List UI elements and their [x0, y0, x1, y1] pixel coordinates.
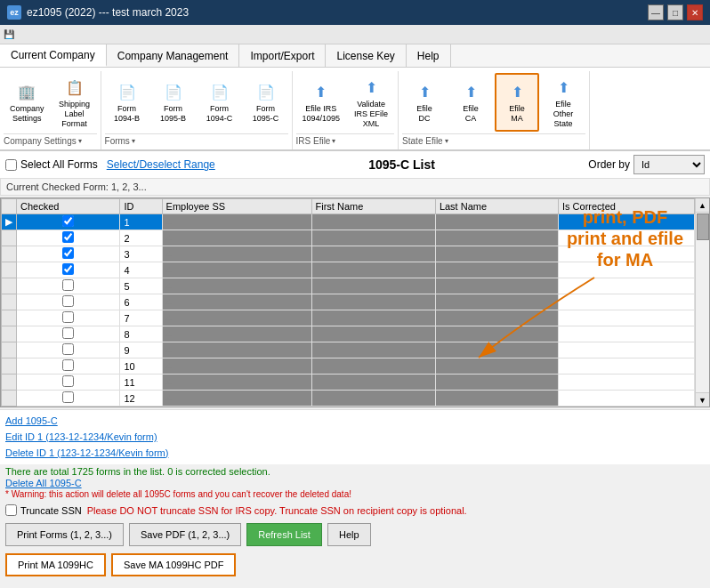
irs-efile-expand-icon[interactable]: ▾ — [332, 137, 335, 145]
cell-is-corrected — [558, 246, 694, 262]
quick-access-bar: 💾 — [0, 25, 710, 44]
ribbon-btn-form-1095b[interactable]: 📄 Form1095-B — [151, 73, 196, 132]
cell-checked[interactable] — [17, 391, 120, 407]
help-button[interactable]: Help — [327, 523, 371, 546]
cell-last-name — [435, 391, 558, 407]
row-checkbox-8[interactable] — [62, 327, 74, 339]
quick-save-icon[interactable]: 💾 — [4, 29, 14, 39]
row-checkbox-6[interactable] — [62, 295, 74, 307]
row-checkbox-3[interactable] — [62, 247, 74, 259]
print-ma-1099hc-button[interactable]: Print MA 1099HC — [5, 553, 106, 576]
ribbon-btn-efile-irs[interactable]: ⬆ Efile IRS1094/1095 — [296, 73, 347, 132]
cell-employee-ss: 4 — [162, 278, 311, 294]
cell-employee-ss: 4 — [162, 358, 311, 375]
cell-first-name — [311, 294, 435, 310]
cell-checked[interactable] — [17, 358, 120, 375]
row-checkbox-11[interactable] — [62, 375, 74, 387]
col-id: ID — [120, 199, 162, 214]
cell-is-corrected — [558, 358, 694, 375]
row-indicator: ▶ — [2, 214, 17, 230]
ribbon-btn-efile-ca[interactable]: ⬆ EfileCA — [448, 73, 493, 132]
cell-last-name — [435, 230, 558, 246]
forms-expand-icon[interactable]: ▾ — [132, 137, 135, 145]
cell-last-name — [435, 375, 558, 391]
cell-employee-ss: 4 — [162, 375, 311, 391]
scrollbar-track[interactable] — [696, 213, 709, 392]
row-checkbox-1[interactable] — [62, 215, 74, 227]
total-forms-message: There are total 1725 forms in the list. … — [5, 466, 705, 477]
delete-all-1095c-link[interactable]: Delete All 1095-C — [5, 478, 82, 488]
row-checkbox-7[interactable] — [62, 311, 74, 323]
tab-company-management[interactable]: Company Management — [107, 44, 240, 67]
state-efile-expand-icon[interactable]: ▾ — [445, 137, 448, 145]
select-all-forms-label[interactable]: Select All Forms — [5, 158, 98, 171]
col-checked: Checked — [17, 199, 120, 214]
cell-last-name — [435, 214, 558, 230]
tab-current-company[interactable]: Current Company — [0, 44, 107, 67]
truncate-ssn-checkbox[interactable] — [5, 504, 17, 516]
ribbon-btn-efile-dc[interactable]: ⬆ EfileDC — [402, 73, 447, 132]
cell-checked[interactable] — [17, 375, 120, 391]
select-all-forms-checkbox[interactable] — [5, 159, 17, 171]
title-bar: ez ez1095 (2022) --- test march 2023 — □… — [0, 0, 710, 25]
row-checkbox-9[interactable] — [62, 343, 74, 355]
cell-checked[interactable] — [17, 278, 120, 294]
ribbon-btn-form-1095c[interactable]: 📄 Form1095-C — [244, 73, 288, 132]
scroll-down-button[interactable]: ▼ — [696, 392, 709, 407]
cell-checked[interactable] — [17, 246, 120, 262]
save-ma-1099hc-pdf-button[interactable]: Save MA 1099HC PDF — [111, 553, 237, 576]
delete-id1-link[interactable]: Delete ID 1 (123-12-1234/Kevin form) — [5, 446, 705, 462]
shipping-label-label: ShippingLabelFormat — [59, 100, 90, 128]
order-by-select[interactable]: Id Name SS — [633, 155, 705, 174]
save-pdf-button[interactable]: Save PDF (1, 2, 3...) — [129, 523, 241, 546]
cell-checked[interactable] — [17, 310, 120, 326]
ribbon-btn-efile-other-state[interactable]: ⬆ EfileOtherState — [541, 73, 585, 132]
row-checkbox-5[interactable] — [62, 279, 74, 291]
ribbon-btn-shipping-label[interactable]: 📋 ShippingLabelFormat — [52, 73, 97, 132]
table-row: 24 — [2, 230, 695, 246]
row-checkbox-4[interactable] — [62, 263, 74, 275]
info-messages: There are total 1725 forms in the list. … — [5, 466, 705, 499]
minimize-button[interactable]: — — [648, 4, 664, 20]
ribbon-btn-form-1094b[interactable]: 📄 Form1094-B — [105, 73, 149, 132]
edit-id1-link[interactable]: Edit ID 1 (123-12-1234/Kevin form) — [5, 430, 705, 446]
row-checkbox-10[interactable] — [62, 359, 74, 371]
ribbon-btn-form-1094c[interactable]: 📄 Form1094-C — [198, 73, 242, 132]
ribbon-btn-efile-ma[interactable]: ⬆ EfileMA — [495, 73, 539, 132]
cell-checked[interactable] — [17, 230, 120, 246]
row-checkbox-12[interactable] — [62, 391, 74, 403]
form-1095b-icon: 📄 — [163, 81, 184, 102]
cell-checked[interactable] — [17, 342, 120, 358]
refresh-list-button[interactable]: Refresh List — [246, 523, 322, 546]
select-deselect-range-link[interactable]: Select/Deselect Range — [107, 158, 215, 171]
cell-is-corrected — [558, 230, 694, 246]
maximize-button[interactable]: □ — [667, 4, 683, 20]
scrollbar-thumb[interactable] — [697, 213, 709, 240]
tab-help[interactable]: Help — [407, 44, 451, 67]
cell-is-corrected — [558, 326, 694, 342]
scroll-up-button[interactable]: ▲ — [696, 198, 709, 213]
add-1095c-link[interactable]: Add 1095-C — [5, 414, 705, 430]
company-settings-icon: 🏢 — [16, 81, 37, 102]
print-forms-button[interactable]: Print Forms (1, 2, 3...) — [5, 523, 124, 546]
cell-id: 4 — [120, 262, 162, 278]
truncate-ssn-label[interactable]: Truncate SSN — [5, 504, 82, 516]
tab-import-export[interactable]: Import/Export — [239, 44, 326, 67]
cell-first-name — [311, 342, 435, 358]
cell-is-corrected — [558, 310, 694, 326]
form-controls: Select All Forms Select/Deselect Range 1… — [0, 151, 710, 178]
cell-checked[interactable] — [17, 262, 120, 278]
irs-efile-group-label: IRS Efile ▾ — [296, 133, 395, 148]
ribbon-btn-company-settings[interactable]: 🏢 CompanySettings — [4, 73, 51, 132]
close-button[interactable]: ✕ — [687, 4, 703, 20]
cell-last-name — [435, 294, 558, 310]
row-indicator — [2, 326, 17, 342]
cell-checked[interactable] — [17, 294, 120, 310]
efile-dc-icon: ⬆ — [414, 81, 435, 102]
cell-checked[interactable] — [17, 326, 120, 342]
cell-checked[interactable] — [17, 214, 120, 230]
tab-license-key[interactable]: License Key — [326, 44, 406, 67]
ribbon-btn-validate-xml[interactable]: ⬆ ValidateIRS EFileXML — [348, 73, 394, 132]
company-settings-expand-icon[interactable]: ▾ — [78, 137, 82, 145]
row-checkbox-2[interactable] — [62, 231, 74, 243]
